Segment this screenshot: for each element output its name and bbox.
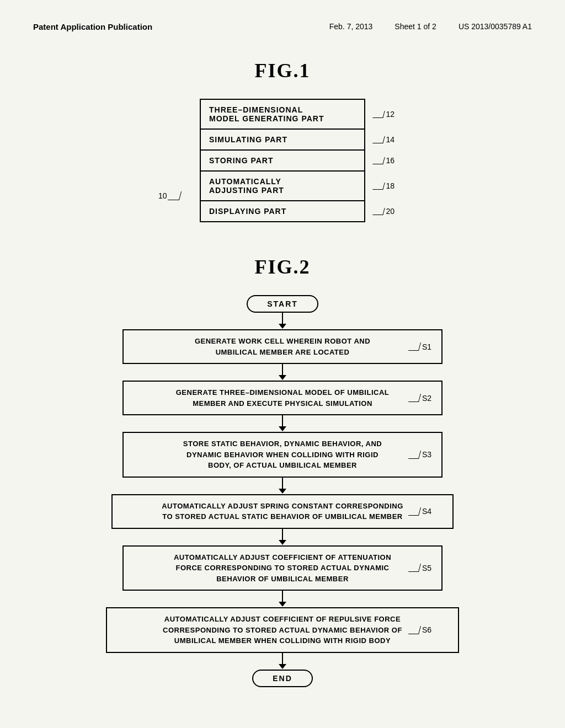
fig1-label-14: SIMULATING PART [209, 135, 287, 144]
fig1-row-18: AUTOMATICALLYADJUSTING PART 18 [201, 172, 364, 201]
fig1-diagram: THREE–DIMENSIONALMODEL GENERATING PART 1… [33, 99, 532, 222]
ref-14: 14 [374, 135, 395, 144]
fig1-row-12: THREE–DIMENSIONALMODEL GENERATING PART 1… [201, 100, 364, 130]
flow-box-s2: GENERATE THREE–DIMENSIONAL MODEL OF UMBI… [122, 381, 443, 415]
fig2-diagram: START GENERATE WORK CELL WHEREIN ROBOT A… [33, 295, 532, 687]
header-patent: US 2013/0035789 A1 [459, 22, 532, 31]
fig1-label-18: AUTOMATICALLYADJUSTING PART [209, 177, 284, 195]
fig1-row-16: STORING PART 16 [201, 151, 364, 172]
flow-row-s2: GENERATE THREE–DIMENSIONAL MODEL OF UMBI… [89, 381, 476, 415]
fig1-row-14: SIMULATING PART 14 [201, 130, 364, 151]
step-label-s2: S2 [409, 394, 431, 403]
ref-10: 10 [158, 191, 180, 200]
arrow-3 [279, 478, 286, 494]
header-right: Feb. 7, 2013 Sheet 1 of 2 US 2013/003578… [329, 22, 532, 31]
page: Patent Application Publication Feb. 7, 2… [0, 0, 565, 728]
step-label-s3: S3 [409, 450, 431, 459]
ref-16: 16 [374, 156, 395, 165]
header-date: Feb. 7, 2013 [329, 22, 373, 31]
fig1-box-container: THREE–DIMENSIONALMODEL GENERATING PART 1… [200, 99, 365, 222]
fig1-title: FIG.1 [33, 59, 532, 82]
flow-box-s6: AUTOMATICALLY ADJUST COEFFICIENT OF REPU… [106, 607, 459, 653]
arrow-2 [279, 415, 286, 432]
step-label-s1: S1 [409, 342, 431, 351]
flow-box-s3: STORE STATIC BEHAVIOR, DYNAMIC BEHAVIOR,… [122, 432, 443, 478]
flow-end: END [252, 670, 313, 687]
arrow-5 [279, 591, 286, 607]
flow-row-s5: AUTOMATICALLY ADJUST COEFFICIENT OF ATTE… [89, 545, 476, 591]
step-label-s5: S5 [409, 564, 431, 572]
fig1-label-20: DISPLAYING PART [209, 207, 286, 216]
header-sheet: Sheet 1 of 2 [395, 22, 436, 31]
ref-12: 12 [374, 110, 395, 119]
flow-box-s4: AUTOMATICALLY ADJUST SPRING CONSTANT COR… [111, 494, 454, 529]
fig1-label-12: THREE–DIMENSIONALMODEL GENERATING PART [209, 105, 324, 123]
flow-row-s6: AUTOMATICALLY ADJUST COEFFICIENT OF REPU… [89, 607, 476, 653]
publication-label: Patent Application Publication [33, 22, 152, 31]
flow-box-s1: GENERATE WORK CELL WHEREIN ROBOT ANDUMBI… [122, 329, 443, 364]
fig1-label-16: STORING PART [209, 156, 274, 165]
fig1-inner: THREE–DIMENSIONALMODEL GENERATING PART 1… [167, 99, 398, 222]
flow-row-s3: STORE STATIC BEHAVIOR, DYNAMIC BEHAVIOR,… [89, 432, 476, 478]
arrow-6 [279, 653, 286, 670]
step-label-s6: S6 [409, 625, 431, 634]
arrow-4 [279, 529, 286, 545]
fig2-title: FIG.2 [33, 255, 532, 279]
flow-start: START [247, 295, 318, 313]
header: Patent Application Publication Feb. 7, 2… [33, 22, 532, 31]
ref-20: 20 [374, 207, 395, 216]
ref-18: 18 [374, 181, 395, 190]
flowchart: START GENERATE WORK CELL WHEREIN ROBOT A… [89, 295, 476, 687]
flow-row-s1: GENERATE WORK CELL WHEREIN ROBOT ANDUMBI… [89, 329, 476, 364]
flow-row-s4: AUTOMATICALLY ADJUST SPRING CONSTANT COR… [89, 494, 476, 529]
fig1-row-20: DISPLAYING PART 20 [201, 201, 364, 221]
arrow-1 [279, 364, 286, 381]
flow-box-s5: AUTOMATICALLY ADJUST COEFFICIENT OF ATTE… [122, 545, 443, 591]
arrow-0 [279, 313, 286, 329]
step-label-s4: S4 [409, 507, 431, 516]
